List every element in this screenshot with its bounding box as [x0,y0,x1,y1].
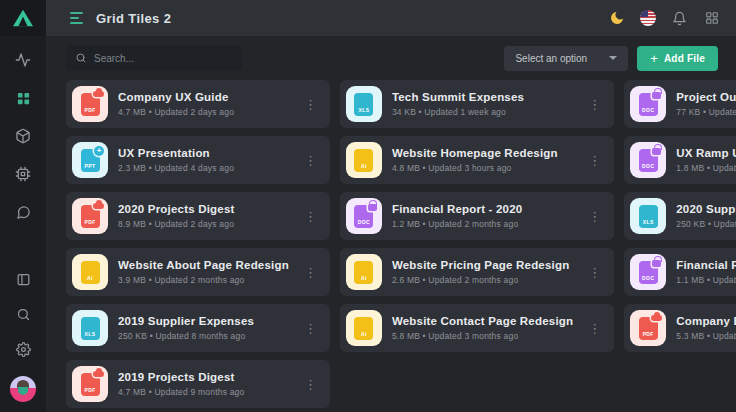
file-card-text: Website Pricing Page Redesign 2.6 MB • U… [392,259,573,285]
cpu-icon [15,166,31,182]
file-name: UX Ramp Up for Interns [676,147,736,159]
file-card[interactable]: PDF 2020 Projects Digest 8.9 MB • Update… [66,192,330,240]
main-area: Grid Tiles 2 [46,0,736,412]
search-input[interactable] [94,53,233,64]
file-badge-icon [93,371,104,377]
file-card[interactable]: DOC Financial Report - 2019 1.1 MB • Upd… [624,248,736,296]
select-label: Select an option [515,53,587,64]
file-extension-label: AI [87,275,93,281]
file-type-icon: DOC [630,254,666,290]
file-card[interactable]: AI Website Homepage Redesign 4.8 MB • Up… [340,136,614,184]
file-card[interactable]: PDF 2019 Projects Digest 4.7 MB • Update… [66,360,330,408]
file-extension-label: PPT [85,163,96,169]
file-type-icon: DOC [630,142,666,178]
file-card[interactable]: AI Website Pricing Page Redesign 2.6 MB … [340,248,614,296]
file-menu-button[interactable]: ⋮ [299,206,322,227]
notifications-button[interactable] [671,10,688,27]
file-extension-label: DOC [642,107,654,113]
file-menu-button[interactable]: ⋮ [299,374,322,395]
file-meta: 5.8 MB • Updated 3 months ago [392,331,573,341]
sidebar-item-package[interactable] [15,128,31,144]
file-name: 2020 Projects Digest [118,203,289,215]
file-card-text: Financial Report - 2020 1.2 MB • Updated… [392,203,573,229]
file-menu-button[interactable]: ⋮ [583,94,606,115]
sidebar-item-search[interactable] [15,306,31,322]
dark-mode-toggle[interactable] [608,10,625,27]
file-meta: 77 KB • Updated 2 weeks ago [676,107,736,117]
file-type-icon: AI [72,254,108,290]
file-card[interactable]: PDF Company Brand Book 5.3 MB • Updated … [624,304,736,352]
file-menu-button[interactable]: ⋮ [583,262,606,283]
sidebar-item-chat[interactable] [15,204,31,220]
file-card-text: Tech Summit Expenses 34 KB • Updated 1 w… [392,91,573,117]
file-extension-label: AI [361,163,367,169]
sidebar-bottom [10,271,36,412]
package-icon [15,128,31,144]
file-card[interactable]: PDF Company UX Guide 4.7 MB • Updated 2 … [66,80,330,128]
file-extension-label: AI [361,275,367,281]
file-card[interactable]: DOC UX Ramp Up for Interns 1.8 MB • Upda… [624,136,736,184]
file-badge-icon [651,315,662,321]
file-menu-button[interactable]: ⋮ [299,94,322,115]
file-name: Financial Report - 2019 [676,259,736,271]
file-card[interactable]: DOC Project Outline 77 KB • Updated 2 we… [624,80,736,128]
sidebar-item-settings[interactable] [15,341,31,357]
user-avatar[interactable] [10,376,36,402]
file-name: 2019 Projects Digest [118,371,289,383]
activity-icon [15,52,31,68]
apps-menu-button[interactable] [703,10,720,27]
search-box[interactable] [66,45,242,71]
page-title: Grid Tiles 2 [96,11,171,26]
file-extension-label: PDF [84,219,95,225]
file-card[interactable]: XLS 2019 Supplier Expenses 250 KB • Upda… [66,304,330,352]
file-extension-label: PDF [84,107,95,113]
file-extension-label: DOC [642,163,654,169]
file-meta: 3.9 MB • Updated 2 months ago [118,275,289,285]
language-selector[interactable] [640,10,656,26]
file-type-icon: XLS [346,86,382,122]
document-icon: XLS [639,205,658,228]
file-menu-button[interactable]: ⋮ [583,150,606,171]
file-menu-button[interactable]: ⋮ [299,150,322,171]
file-menu-button[interactable]: ⋮ [299,262,322,283]
file-name: Website About Page Redesign [118,259,289,271]
file-card-text: Website Homepage Redesign 4.8 MB • Updat… [392,147,573,173]
file-card[interactable]: XLS Tech Summit Expenses 34 KB • Updated… [340,80,614,128]
file-card-text: Company UX Guide 4.7 MB • Updated 2 days… [118,91,289,117]
file-card[interactable]: XLS 2020 Supplier Expenses 250 KB • Upda… [624,192,736,240]
file-meta: 4.7 MB • Updated 2 days ago [118,107,289,117]
add-file-label: Add File [664,53,705,64]
file-type-select[interactable]: Select an option [504,46,628,71]
document-icon: XLS [81,317,100,340]
file-card[interactable]: AI Website About Page Redesign 3.9 MB • … [66,248,330,296]
add-file-button[interactable]: + Add File [637,46,718,71]
file-card-text: Website About Page Redesign 3.9 MB • Upd… [118,259,289,285]
file-menu-button[interactable]: ⋮ [583,318,606,339]
file-card[interactable]: PPT UX Presentation 2.3 MB • Updated 4 d… [66,136,330,184]
file-card-text: Financial Report - 2019 1.1 MB • Updated… [676,259,736,285]
file-card[interactable]: AI Website Contact Page Redesign 5.8 MB … [340,304,614,352]
file-meta: 4.7 MB • Updated 9 months ago [118,387,289,397]
hamburger-menu-icon[interactable] [70,10,83,26]
document-icon: XLS [354,93,373,116]
document-icon: AI [354,317,373,340]
sidebar-item-activity[interactable] [15,52,31,68]
apps-grid-icon [705,11,719,25]
file-name: UX Presentation [118,147,289,159]
file-menu-button[interactable]: ⋮ [299,318,322,339]
file-name: Company UX Guide [118,91,289,103]
file-type-icon: AI [346,254,382,290]
file-extension-label: XLS [85,331,96,337]
file-card-text: 2019 Supplier Expenses 250 KB • Updated … [118,315,289,341]
dashboard-grid-icon [16,91,31,106]
sidebar-item-layout[interactable] [15,271,31,287]
file-menu-button[interactable]: ⋮ [583,206,606,227]
file-badge-icon [93,203,104,209]
sidebar-item-dashboard-active[interactable] [15,90,31,106]
file-type-icon: PDF [72,366,108,402]
document-icon: AI [354,149,373,172]
search-icon [16,307,31,322]
file-card[interactable]: DOC Financial Report - 2020 1.2 MB • Upd… [340,192,614,240]
chevron-down-icon [609,56,617,60]
sidebar-item-cpu[interactable] [15,166,31,182]
